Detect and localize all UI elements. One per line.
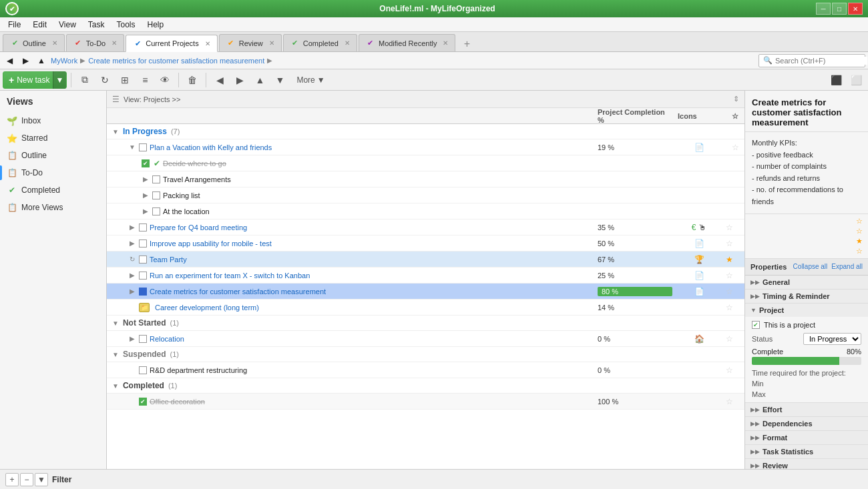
expand-btn[interactable]: ▶ <box>142 207 150 215</box>
sidebar-item-more-views[interactable]: 📋 More Views <box>0 199 106 216</box>
section-general-header[interactable]: ▶▶ General <box>745 276 868 289</box>
star-rating-3[interactable]: ★ <box>750 237 863 246</box>
task-checkbox[interactable] <box>139 223 147 231</box>
task-star-cell[interactable]: ☆ <box>726 303 744 312</box>
close-button[interactable]: ✕ <box>848 3 863 15</box>
task-star-cell[interactable]: ☆ <box>726 334 744 344</box>
sort-icon[interactable]: ⇕ <box>733 95 739 103</box>
star-icon[interactable]: ☆ <box>726 287 733 296</box>
task-row[interactable]: ✔ Office decoration 100 % ☆ <box>107 394 744 410</box>
task-checkbox[interactable] <box>152 207 160 215</box>
task-star-cell[interactable]: ☆ <box>726 271 744 280</box>
status-select[interactable]: In Progress Not Started Completed Suspen… <box>803 333 861 345</box>
task-row[interactable]: ▶ Create metrics for customer satisfacti… <box>107 284 744 300</box>
task-row[interactable]: R&D department restructuring 0 % ☆ <box>107 362 744 378</box>
expand-btn[interactable]: ▶ <box>142 175 150 183</box>
filter-funnel-btn[interactable]: ▼ <box>35 473 48 486</box>
nav-prev-button[interactable]: ◀ <box>210 71 229 89</box>
task-checkbox[interactable] <box>139 239 147 248</box>
tab-add-button[interactable]: + <box>459 37 474 51</box>
star-rating-4[interactable]: ☆ <box>750 247 863 256</box>
nav-up[interactable]: ▲ <box>35 54 48 67</box>
new-task-dropdown[interactable]: ▼ <box>53 71 67 89</box>
task-row[interactable]: ▶ Travel Arrangements <box>107 171 744 187</box>
eye-button[interactable]: 👁 <box>156 71 174 89</box>
tab-modified-close[interactable]: ✕ <box>443 39 448 47</box>
task-checkbox[interactable] <box>152 191 160 199</box>
filter-remove-btn[interactable]: − <box>20 473 33 486</box>
task-checkbox[interactable] <box>139 272 147 280</box>
expand-all-link[interactable]: Expand all <box>831 263 863 270</box>
tab-todo-close[interactable]: ✕ <box>112 39 117 47</box>
nav-next-button[interactable]: ▶ <box>230 71 249 89</box>
menu-task[interactable]: Task <box>83 19 110 31</box>
tab-outline-close[interactable]: ✕ <box>52 39 57 47</box>
task-checkbox[interactable] <box>139 335 147 343</box>
star-icon[interactable]: ☆ <box>732 143 739 152</box>
star-icon[interactable]: ☆ <box>726 271 733 280</box>
more-button[interactable]: More ▼ <box>290 71 331 89</box>
section-dependencies-header[interactable]: ▶▶ Dependencies <box>745 417 868 430</box>
tab-current-projects-close[interactable]: ✕ <box>205 40 210 47</box>
task-row[interactable]: 📁 Career development (long term) 14 % ☆ <box>107 300 744 316</box>
star-icon[interactable]: ☆ <box>726 223 733 232</box>
task-row[interactable]: ▶ Packing list <box>107 187 744 203</box>
task-checkbox[interactable] <box>152 175 160 183</box>
task-checkbox[interactable] <box>139 288 147 296</box>
task-star-cell[interactable]: ☆ <box>726 287 744 296</box>
tab-outline[interactable]: ✔ Outline ✕ <box>3 34 65 51</box>
task-star-cell[interactable]: ☆ <box>726 366 744 375</box>
section-review-header[interactable]: ▶▶ Review <box>745 459 868 469</box>
group-completed[interactable]: ▼ Completed (1) <box>107 378 744 394</box>
group-in-progress[interactable]: ▼ In Progress (7) <box>107 124 744 139</box>
expand-btn[interactable]: ▶ <box>128 288 136 296</box>
star-rating-1[interactable]: ☆ <box>750 217 863 225</box>
copy-task-button[interactable]: ⧉ <box>75 71 94 89</box>
tab-current-projects[interactable]: ✔ Current Projects ✕ <box>126 35 217 52</box>
star-icon[interactable]: ☆ <box>726 334 733 344</box>
task-row[interactable]: ▶ Prepare for Q4 board meeting 35 % € 🖱 … <box>107 219 744 235</box>
collapse-all-link[interactable]: Collapse all <box>793 263 828 270</box>
task-star-cell[interactable]: ☆ <box>726 223 744 232</box>
menu-view[interactable]: View <box>53 19 81 31</box>
maximize-button[interactable]: □ <box>832 3 847 15</box>
expand-btn[interactable]: ▶ <box>128 239 136 248</box>
star-rating-2[interactable]: ☆ <box>750 227 863 235</box>
sidebar-item-inbox[interactable]: 🌱 Inbox <box>0 112 106 129</box>
new-task-button[interactable]: + New task ▼ <box>3 71 67 89</box>
nav-back[interactable]: ◀ <box>3 54 16 67</box>
task-row[interactable]: ▶ Improve app usability for mobile - tes… <box>107 235 744 252</box>
task-star-cell[interactable]: ☆ <box>726 397 744 406</box>
task-row[interactable]: ↻ Team Party 67 % 🏆 ★ <box>107 252 744 268</box>
star-icon[interactable]: ☆ <box>726 239 733 248</box>
nav-down-button[interactable]: ▼ <box>270 71 289 89</box>
section-project-header[interactable]: ▼ Project <box>745 304 868 317</box>
list-view-button[interactable]: ≡ <box>136 71 154 89</box>
sidebar-item-outline[interactable]: 📋 Outline <box>0 147 106 164</box>
delete-button[interactable]: 🗑 <box>183 71 202 89</box>
task-star-cell[interactable]: ★ <box>726 255 744 264</box>
task-checkbox[interactable] <box>139 366 147 374</box>
task-row[interactable]: ▶ Relocation 0 % 🏠 ☆ <box>107 331 744 347</box>
is-project-checkbox[interactable]: ✔ <box>752 321 760 329</box>
menu-help[interactable]: Help <box>142 19 170 31</box>
tab-modified-recently[interactable]: ✔ Modified Recently ✕ <box>359 34 455 51</box>
group-suspended[interactable]: ▼ Suspended (1) <box>107 347 744 362</box>
breadcrumb-task[interactable]: Create metrics for customer satisfaction… <box>88 57 264 65</box>
expand-btn[interactable]: ▶ <box>128 335 136 343</box>
sync-button[interactable]: ↻ <box>95 71 114 89</box>
filter-add-btn[interactable]: + <box>5 473 19 486</box>
breadcrumb-mywork[interactable]: MyWork <box>51 57 77 65</box>
sidebar-item-completed[interactable]: ✔ Completed <box>0 181 106 199</box>
expand-btn[interactable]: ▼ <box>128 143 136 151</box>
expand-btn[interactable]: ▶ <box>128 272 136 280</box>
layout-split-vert[interactable]: ⬜ <box>847 71 865 89</box>
tab-review[interactable]: ✔ Review ✕ <box>219 34 282 51</box>
tab-review-close[interactable]: ✕ <box>269 39 274 47</box>
grid-view-button[interactable]: ⊞ <box>116 71 134 89</box>
layout-split-horiz[interactable]: ⬛ <box>827 71 845 89</box>
task-checkbox[interactable] <box>139 256 147 264</box>
section-format-header[interactable]: ▶▶ Format <box>745 431 868 444</box>
task-checkbox[interactable]: ✔ <box>139 398 147 406</box>
task-row[interactable]: ▶ Run an experiment for team X - switch … <box>107 268 744 284</box>
